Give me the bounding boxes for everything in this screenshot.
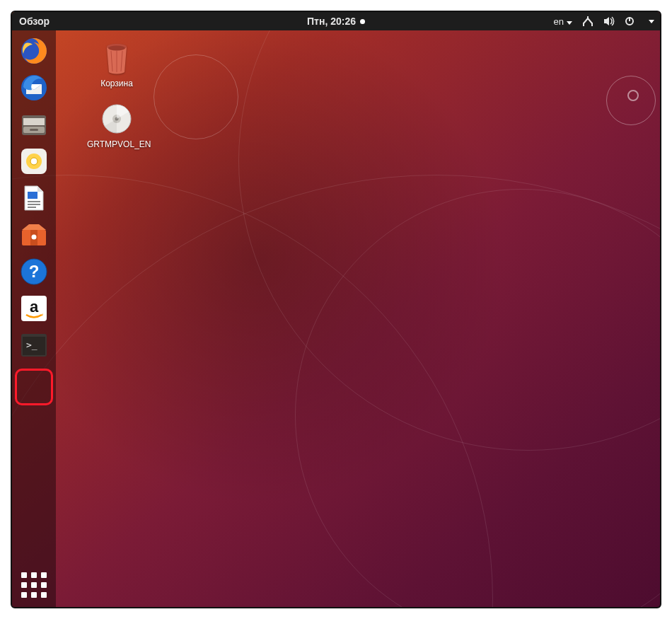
dock-ubuntu-software[interactable] <box>18 219 50 251</box>
desktop-disc[interactable]: GRTMPVOL_EN <box>87 101 146 149</box>
dock-terminal[interactable]: >_ <box>18 329 50 361</box>
rhythmbox-icon <box>19 146 49 176</box>
dock-thunderbird[interactable] <box>18 71 50 104</box>
help-icon: ? <box>19 257 49 287</box>
svg-rect-16 <box>28 201 40 202</box>
desktop-area[interactable]: Корзина GRTMPVOL_EN <box>56 30 660 607</box>
power-icon <box>625 16 636 26</box>
launcher-dock: ? a >_ <box>12 30 56 607</box>
terminal-icon: >_ <box>19 330 49 360</box>
volume-icon <box>603 16 615 26</box>
activities-button[interactable]: Обзор <box>19 16 50 27</box>
dock-files[interactable] <box>18 108 50 141</box>
dock-rhythmbox[interactable] <box>18 145 50 178</box>
amazon-icon: a <box>19 294 49 323</box>
dock-firefox[interactable] <box>18 35 50 67</box>
clock[interactable]: Птн, 20:26 <box>307 16 365 27</box>
svg-rect-8 <box>23 118 45 125</box>
svg-text:>_: >_ <box>26 340 37 350</box>
thunderbird-icon <box>19 73 49 103</box>
svg-point-21 <box>32 235 37 240</box>
firefox-icon <box>19 36 49 66</box>
dock-help[interactable]: ? <box>18 255 50 288</box>
input-language-indicator[interactable]: en <box>554 16 572 27</box>
desktop-trash[interactable]: Корзина <box>87 40 146 88</box>
svg-rect-10 <box>30 129 38 131</box>
trash-icon <box>99 40 134 76</box>
svg-text:a: a <box>30 298 39 316</box>
svg-rect-18 <box>28 207 36 208</box>
dock-writer[interactable] <box>18 182 50 214</box>
svg-rect-15 <box>28 192 37 199</box>
top-panel: Обзор Птн, 20:26 en <box>12 12 660 30</box>
clock-label: Птн, 20:26 <box>307 16 356 27</box>
dock-amazon[interactable]: a <box>18 292 50 325</box>
network-icon <box>582 16 593 26</box>
chevron-down-icon <box>649 20 654 23</box>
ubuntu-software-icon <box>19 220 49 250</box>
desktop-trash-label: Корзина <box>87 79 146 88</box>
svg-rect-17 <box>28 204 40 205</box>
desktop-disc-label: GRTMPVOL_EN <box>87 139 146 149</box>
system-status-area[interactable]: en <box>554 16 654 27</box>
svg-text:?: ? <box>29 262 40 281</box>
disc-icon <box>99 101 134 137</box>
libreoffice-writer-icon <box>19 183 49 213</box>
files-icon <box>19 110 49 139</box>
show-applications-button[interactable] <box>18 569 50 601</box>
notification-dot-icon <box>360 19 365 24</box>
desktop-screen: Обзор Птн, 20:26 en <box>11 11 661 608</box>
